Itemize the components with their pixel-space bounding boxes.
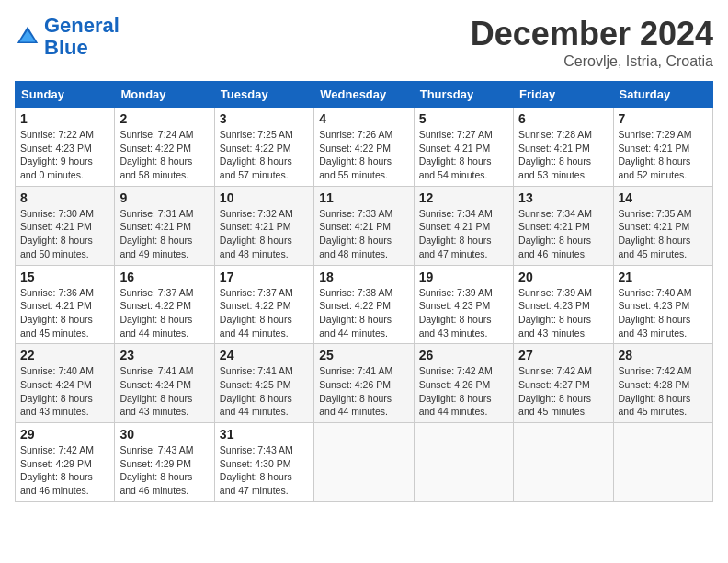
calendar-week-row: 1Sunrise: 7:22 AM Sunset: 4:23 PM Daylig… bbox=[16, 108, 713, 187]
day-number: 21 bbox=[619, 270, 708, 284]
weekday-header-tuesday: Tuesday bbox=[214, 82, 313, 108]
calendar-cell: 10Sunrise: 7:32 AM Sunset: 4:21 PM Dayli… bbox=[214, 186, 313, 265]
calendar-cell: 1Sunrise: 7:22 AM Sunset: 4:23 PM Daylig… bbox=[16, 108, 115, 187]
calendar-week-row: 15Sunrise: 7:36 AM Sunset: 4:21 PM Dayli… bbox=[16, 265, 713, 344]
calendar-cell: 15Sunrise: 7:36 AM Sunset: 4:21 PM Dayli… bbox=[16, 265, 115, 344]
day-number: 20 bbox=[518, 270, 608, 284]
day-number: 3 bbox=[220, 111, 309, 126]
page-header: General Blue December 2024 Cerovlje, Ist… bbox=[15, 15, 713, 70]
day-info: Sunrise: 7:36 AM Sunset: 4:21 PM Dayligh… bbox=[20, 286, 109, 340]
logo: General Blue bbox=[15, 15, 119, 59]
day-info: Sunrise: 7:31 AM Sunset: 4:21 PM Dayligh… bbox=[119, 207, 209, 261]
calendar-cell bbox=[314, 423, 414, 502]
day-number: 22 bbox=[20, 348, 109, 362]
day-info: Sunrise: 7:34 AM Sunset: 4:21 PM Dayligh… bbox=[518, 207, 608, 261]
calendar-cell bbox=[514, 423, 613, 502]
day-number: 10 bbox=[220, 190, 309, 205]
calendar-cell: 27Sunrise: 7:42 AM Sunset: 4:27 PM Dayli… bbox=[514, 344, 613, 423]
location: Cerovlje, Istria, Croatia bbox=[471, 53, 713, 70]
day-number: 1 bbox=[20, 111, 109, 126]
day-info: Sunrise: 7:30 AM Sunset: 4:21 PM Dayligh… bbox=[20, 207, 109, 261]
calendar-cell: 21Sunrise: 7:40 AM Sunset: 4:23 PM Dayli… bbox=[613, 265, 712, 344]
calendar-cell bbox=[414, 423, 513, 502]
calendar-table: SundayMondayTuesdayWednesdayThursdayFrid… bbox=[15, 81, 713, 502]
calendar-cell: 26Sunrise: 7:42 AM Sunset: 4:26 PM Dayli… bbox=[414, 344, 513, 423]
day-info: Sunrise: 7:28 AM Sunset: 4:21 PM Dayligh… bbox=[518, 128, 608, 182]
day-info: Sunrise: 7:24 AM Sunset: 4:22 PM Dayligh… bbox=[119, 128, 209, 182]
day-number: 16 bbox=[119, 270, 209, 284]
day-number: 4 bbox=[319, 111, 408, 126]
weekday-header-monday: Monday bbox=[115, 82, 214, 108]
day-number: 19 bbox=[419, 270, 508, 284]
day-info: Sunrise: 7:41 AM Sunset: 4:25 PM Dayligh… bbox=[220, 364, 309, 419]
calendar-cell: 8Sunrise: 7:30 AM Sunset: 4:21 PM Daylig… bbox=[16, 186, 115, 265]
day-number: 14 bbox=[619, 190, 708, 205]
day-info: Sunrise: 7:42 AM Sunset: 4:29 PM Dayligh… bbox=[20, 443, 109, 498]
day-info: Sunrise: 7:42 AM Sunset: 4:26 PM Dayligh… bbox=[419, 364, 508, 419]
day-number: 12 bbox=[419, 190, 508, 205]
day-info: Sunrise: 7:42 AM Sunset: 4:27 PM Dayligh… bbox=[518, 364, 608, 419]
calendar-header-row: SundayMondayTuesdayWednesdayThursdayFrid… bbox=[16, 82, 713, 108]
day-number: 5 bbox=[419, 111, 508, 126]
calendar-cell: 17Sunrise: 7:37 AM Sunset: 4:22 PM Dayli… bbox=[214, 265, 313, 344]
weekday-header-thursday: Thursday bbox=[414, 82, 513, 108]
calendar-cell: 19Sunrise: 7:39 AM Sunset: 4:23 PM Dayli… bbox=[414, 265, 513, 344]
calendar-cell: 11Sunrise: 7:33 AM Sunset: 4:21 PM Dayli… bbox=[314, 186, 414, 265]
day-info: Sunrise: 7:43 AM Sunset: 4:30 PM Dayligh… bbox=[220, 443, 309, 498]
day-number: 29 bbox=[20, 427, 109, 442]
day-number: 27 bbox=[518, 348, 608, 362]
day-info: Sunrise: 7:32 AM Sunset: 4:21 PM Dayligh… bbox=[220, 207, 309, 261]
day-info: Sunrise: 7:37 AM Sunset: 4:22 PM Dayligh… bbox=[220, 286, 309, 340]
day-info: Sunrise: 7:43 AM Sunset: 4:29 PM Dayligh… bbox=[119, 443, 209, 498]
day-info: Sunrise: 7:29 AM Sunset: 4:21 PM Dayligh… bbox=[619, 128, 708, 182]
calendar-cell: 30Sunrise: 7:43 AM Sunset: 4:29 PM Dayli… bbox=[115, 423, 214, 502]
calendar-cell: 22Sunrise: 7:40 AM Sunset: 4:24 PM Dayli… bbox=[16, 344, 115, 423]
calendar-cell: 3Sunrise: 7:25 AM Sunset: 4:22 PM Daylig… bbox=[214, 108, 313, 187]
day-info: Sunrise: 7:34 AM Sunset: 4:21 PM Dayligh… bbox=[419, 207, 508, 261]
calendar-cell bbox=[613, 423, 712, 502]
day-number: 24 bbox=[220, 348, 309, 362]
logo-line1: General bbox=[44, 14, 119, 37]
day-info: Sunrise: 7:25 AM Sunset: 4:22 PM Dayligh… bbox=[220, 128, 309, 182]
day-number: 2 bbox=[119, 111, 209, 126]
day-number: 11 bbox=[319, 190, 408, 205]
calendar-week-row: 29Sunrise: 7:42 AM Sunset: 4:29 PM Dayli… bbox=[16, 423, 713, 502]
weekday-header-friday: Friday bbox=[514, 82, 613, 108]
day-number: 9 bbox=[119, 190, 209, 205]
day-number: 28 bbox=[619, 348, 708, 362]
day-number: 15 bbox=[20, 270, 109, 284]
day-info: Sunrise: 7:41 AM Sunset: 4:26 PM Dayligh… bbox=[319, 364, 408, 419]
calendar-cell: 6Sunrise: 7:28 AM Sunset: 4:21 PM Daylig… bbox=[514, 108, 613, 187]
day-info: Sunrise: 7:37 AM Sunset: 4:22 PM Dayligh… bbox=[119, 286, 209, 340]
day-info: Sunrise: 7:22 AM Sunset: 4:23 PM Dayligh… bbox=[20, 128, 109, 182]
logo-icon bbox=[15, 24, 40, 50]
day-info: Sunrise: 7:41 AM Sunset: 4:24 PM Dayligh… bbox=[119, 364, 209, 419]
day-number: 8 bbox=[20, 190, 109, 205]
weekday-header-saturday: Saturday bbox=[613, 82, 712, 108]
calendar-cell: 13Sunrise: 7:34 AM Sunset: 4:21 PM Dayli… bbox=[514, 186, 613, 265]
calendar-cell: 24Sunrise: 7:41 AM Sunset: 4:25 PM Dayli… bbox=[214, 344, 313, 423]
calendar-cell: 31Sunrise: 7:43 AM Sunset: 4:30 PM Dayli… bbox=[214, 423, 313, 502]
calendar-cell: 12Sunrise: 7:34 AM Sunset: 4:21 PM Dayli… bbox=[414, 186, 513, 265]
day-number: 18 bbox=[319, 270, 408, 284]
calendar-week-row: 22Sunrise: 7:40 AM Sunset: 4:24 PM Dayli… bbox=[16, 344, 713, 423]
calendar-cell: 29Sunrise: 7:42 AM Sunset: 4:29 PM Dayli… bbox=[16, 423, 115, 502]
day-number: 7 bbox=[619, 111, 708, 126]
day-number: 23 bbox=[119, 348, 209, 362]
calendar-cell: 20Sunrise: 7:39 AM Sunset: 4:23 PM Dayli… bbox=[514, 265, 613, 344]
calendar-cell: 28Sunrise: 7:42 AM Sunset: 4:28 PM Dayli… bbox=[613, 344, 712, 423]
calendar-cell: 16Sunrise: 7:37 AM Sunset: 4:22 PM Dayli… bbox=[115, 265, 214, 344]
calendar-cell: 5Sunrise: 7:27 AM Sunset: 4:21 PM Daylig… bbox=[414, 108, 513, 187]
month-title: December 2024 bbox=[471, 15, 713, 53]
weekday-header-sunday: Sunday bbox=[16, 82, 115, 108]
day-info: Sunrise: 7:33 AM Sunset: 4:21 PM Dayligh… bbox=[319, 207, 408, 261]
day-number: 25 bbox=[319, 348, 408, 362]
day-number: 26 bbox=[419, 348, 508, 362]
logo-line2: Blue bbox=[44, 36, 88, 59]
calendar-cell: 14Sunrise: 7:35 AM Sunset: 4:21 PM Dayli… bbox=[613, 186, 712, 265]
day-number: 30 bbox=[119, 427, 209, 442]
day-info: Sunrise: 7:35 AM Sunset: 4:21 PM Dayligh… bbox=[619, 207, 708, 261]
logo-text: General Blue bbox=[44, 15, 119, 59]
day-info: Sunrise: 7:26 AM Sunset: 4:22 PM Dayligh… bbox=[319, 128, 408, 182]
calendar-cell: 23Sunrise: 7:41 AM Sunset: 4:24 PM Dayli… bbox=[115, 344, 214, 423]
